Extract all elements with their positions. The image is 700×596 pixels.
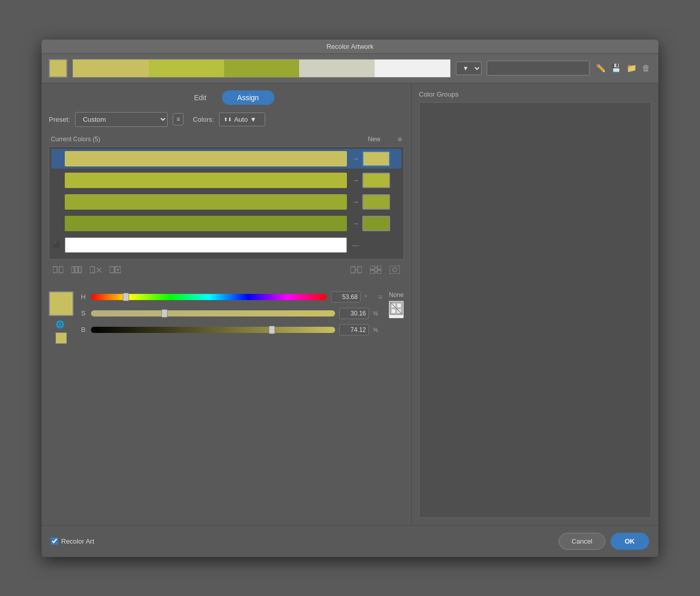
menu-lines-icon[interactable]: ≡ — [398, 135, 402, 143]
row-arrow-1: → — [352, 155, 359, 163]
b-unit: % — [373, 327, 382, 333]
row-arrow-5: — — [352, 241, 359, 249]
new-color-header: New — [368, 136, 380, 143]
svg-rect-3 — [75, 267, 78, 273]
row-arrow-3: → — [352, 198, 359, 206]
current-color-swatch-5[interactable] — [65, 237, 347, 253]
tabs: Edit Assign — [49, 90, 404, 105]
color-editor: 🌐 H 53.68 ° — [49, 286, 404, 344]
brightness-slider-thumb[interactable] — [269, 326, 275, 334]
row-arrow-4: → — [352, 219, 359, 228]
saturation-slider-thumb[interactable] — [161, 309, 168, 318]
right-panel: Color Groups — [412, 83, 658, 525]
svg-rect-8 — [109, 267, 114, 273]
saturation-slider-track[interactable] — [91, 310, 335, 316]
preset-label: Preset: — [49, 116, 70, 123]
recolor-arrows-button[interactable] — [348, 265, 364, 277]
tab-assign[interactable]: Assign — [222, 90, 274, 105]
merge-colors-button[interactable] — [51, 265, 65, 277]
strip-swatch-2[interactable] — [149, 60, 224, 77]
current-color-swatch-3[interactable] — [65, 194, 347, 210]
ok-button[interactable]: OK — [611, 533, 650, 550]
svg-point-22 — [393, 268, 397, 272]
current-color-swatch-1[interactable] — [65, 151, 347, 166]
color-table-bottom-toolbar — [49, 259, 404, 280]
svg-rect-15 — [370, 266, 375, 269]
svg-line-24 — [390, 302, 402, 314]
preset-list-icon[interactable]: ≡ — [173, 113, 183, 125]
s-label: S — [80, 309, 87, 317]
color-sliders: H 53.68 ° ≡ S — [80, 291, 382, 341]
h-unit: ° — [365, 294, 374, 300]
colors-label: Colors: — [193, 116, 214, 123]
current-colors-header: Current Colors (5) — [51, 136, 100, 143]
preset-select[interactable]: Custom — [75, 112, 168, 127]
slider-menu-icon[interactable]: ≡ — [378, 293, 382, 301]
current-color-swatch-2[interactable] — [65, 173, 347, 188]
color-row[interactable]: ⬛ — — [51, 235, 401, 255]
strip-swatch-4[interactable] — [299, 60, 375, 77]
color-row[interactable]: → — [51, 149, 401, 169]
strip-dropdown[interactable]: ▼ — [456, 62, 482, 75]
svg-rect-0 — [53, 267, 57, 273]
globe-icon[interactable]: 🌐 — [56, 320, 64, 328]
separate-colors-button[interactable] — [69, 265, 84, 277]
small-color-swatch[interactable] — [56, 332, 67, 344]
cancel-button[interactable]: Cancel — [559, 533, 605, 550]
row-icon-5: ⬛ — [51, 241, 63, 249]
hue-value-input[interactable]: 53.68 — [331, 291, 361, 303]
new-color-swatch-1[interactable] — [362, 151, 390, 166]
footer-buttons: Cancel OK — [559, 533, 649, 550]
svg-rect-20 — [377, 270, 381, 274]
color-row[interactable]: → — [51, 214, 401, 233]
add-row-button[interactable] — [107, 265, 123, 277]
svg-rect-26 — [397, 303, 401, 308]
saturation-value-input[interactable]: 30.16 — [339, 308, 369, 319]
svg-rect-1 — [59, 267, 63, 273]
brightness-slider-track[interactable] — [91, 327, 335, 333]
artwork-colors-input[interactable]: Artwork colors — [487, 61, 590, 76]
recolor-art-checkbox[interactable]: Recolor Art — [51, 537, 94, 545]
none-grid-button[interactable] — [389, 301, 404, 319]
eyedropper-icon[interactable]: ✏️ — [595, 62, 607, 74]
color-row[interactable]: → — [51, 171, 401, 190]
new-color-swatch-3[interactable] — [362, 194, 390, 210]
recolor-view-button[interactable] — [388, 265, 402, 277]
colors-spinner[interactable]: ⬆⬇ Auto ▼ — [219, 113, 265, 126]
none-label: None — [389, 291, 404, 299]
tab-edit[interactable]: Edit — [178, 90, 222, 105]
strip-swatch-1[interactable] — [73, 60, 149, 77]
exclude-colors-button[interactable] — [88, 265, 103, 277]
recolor-art-check[interactable] — [51, 537, 58, 545]
current-color-swatch-4[interactable] — [65, 216, 347, 231]
color-row[interactable]: → — [51, 192, 401, 212]
recolor-art-label: Recolor Art — [61, 537, 94, 545]
svg-rect-14 — [358, 267, 362, 273]
b-label: B — [80, 326, 87, 333]
color-groups-area[interactable] — [419, 102, 651, 518]
svg-rect-4 — [79, 267, 81, 273]
brightness-value-input[interactable]: 74.12 — [339, 324, 369, 336]
trash-icon[interactable]: 🗑 — [641, 63, 651, 74]
h-label: H — [80, 293, 87, 301]
titlebar: Recolor Artwork — [42, 40, 658, 54]
main-color-swatch[interactable] — [49, 59, 67, 78]
recolor-swap-button[interactable] — [368, 265, 383, 277]
folder-icon[interactable]: 📁 — [625, 62, 638, 74]
strip-swatch-3[interactable] — [224, 60, 300, 77]
new-color-swatch-4[interactable] — [362, 216, 390, 231]
large-color-swatch[interactable] — [49, 291, 73, 316]
svg-rect-2 — [71, 267, 74, 273]
brightness-slider-row: B 74.12 % — [80, 324, 382, 336]
svg-rect-12 — [351, 267, 355, 273]
save-icon[interactable]: 💾 — [610, 62, 622, 74]
hue-slider-thumb[interactable] — [123, 293, 129, 301]
strip-swatch-5[interactable] — [375, 60, 450, 77]
hue-slider-track[interactable] — [91, 294, 327, 300]
svg-rect-27 — [391, 309, 396, 313]
color-rows-container: → → → — [49, 146, 404, 259]
color-strip[interactable] — [72, 59, 451, 78]
svg-rect-19 — [377, 266, 381, 269]
preset-row: Preset: Custom ≡ Colors: ⬆⬇ Auto ▼ — [49, 112, 404, 127]
new-color-swatch-2[interactable] — [362, 173, 390, 188]
